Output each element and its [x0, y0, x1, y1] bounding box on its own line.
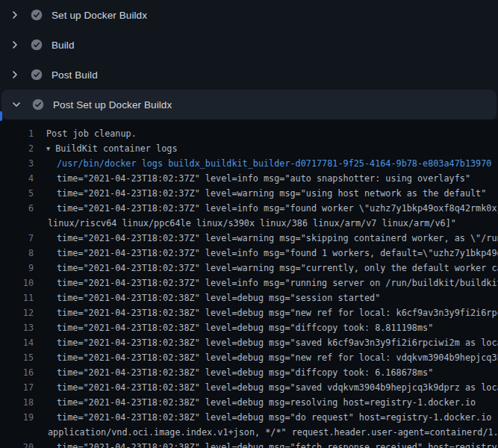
- line-number[interactable]: 2: [0, 141, 34, 156]
- log-line: 18 time="2021-04-23T18:02:38Z" level=deb…: [0, 395, 498, 410]
- log-line: linux/riscv64 linux/ppc64le linux/s390x …: [0, 216, 498, 231]
- log-text-content: time="2021-04-23T18:02:38Z" level=debug …: [57, 397, 476, 408]
- step-header[interactable]: Set up Docker Buildx: [0, 0, 498, 30]
- log-line: 16 time="2021-04-23T18:02:38Z" level=deb…: [0, 365, 498, 380]
- line-number[interactable]: 7: [0, 231, 34, 246]
- line-number[interactable]: [0, 425, 34, 440]
- line-number[interactable]: 6: [0, 201, 34, 216]
- log-text-content: time="2021-04-23T18:02:37Z" level=warnin…: [57, 233, 498, 243]
- log-text: /usr/bin/docker logs buildx_buildkit_bui…: [46, 156, 491, 171]
- log-text-content: BuildKit container logs: [55, 143, 177, 154]
- log-text: time="2021-04-23T18:02:37Z" level=info m…: [46, 276, 498, 290]
- line-number[interactable]: 18: [0, 395, 34, 410]
- log-line: 12 time="2021-04-23T18:02:38Z" level=deb…: [0, 305, 498, 320]
- log-line: 6 time="2021-04-23T18:02:37Z" level=info…: [0, 201, 498, 216]
- log-text: time="2021-04-23T18:02:38Z" level=debug …: [46, 350, 498, 365]
- log-text: ▼BuildKit container logs: [46, 141, 177, 156]
- log-text-content: time="2021-04-23T18:02:38Z" level=debug …: [57, 382, 498, 393]
- line-number[interactable]: 15: [0, 350, 34, 365]
- log-text: time="2021-04-23T18:02:38Z" level=debug …: [46, 365, 433, 380]
- log-text-content: time="2021-04-23T18:02:37Z" level=info m…: [57, 278, 498, 288]
- log-text: application/vnd.oci.image.index.v1+json,…: [46, 425, 498, 440]
- step-header[interactable]: Post Set up Docker Buildx: [1, 90, 497, 119]
- line-number[interactable]: 10: [0, 276, 34, 290]
- actions-log-viewer: Set up Docker Buildx Build Post Build: [0, 0, 498, 448]
- log-line: 8 time="2021-04-23T18:02:37Z" level=info…: [0, 246, 498, 261]
- log-line: 9 time="2021-04-23T18:02:37Z" level=warn…: [0, 261, 498, 276]
- log-text-content: time="2021-04-23T18:02:37Z" level=warnin…: [57, 188, 486, 199]
- log-text-content: time="2021-04-23T18:02:37Z" level=warnin…: [57, 263, 498, 273]
- log-text-content: time="2021-04-23T18:02:38Z" level=debug …: [57, 367, 433, 378]
- log-line: 20 time="2021-04-23T18:02:38Z" level=deb…: [0, 440, 498, 448]
- step-label: Build: [52, 40, 75, 51]
- log-line: application/vnd.oci.image.index.v1+json,…: [0, 425, 498, 440]
- check-circle-icon: [32, 99, 44, 111]
- log-line: 7 time="2021-04-23T18:02:37Z" level=warn…: [0, 231, 498, 246]
- log-text-content: Post job cleanup.: [46, 128, 137, 139]
- log-line: 1 Post job cleanup.: [0, 126, 498, 141]
- check-circle-icon: [31, 69, 43, 81]
- log-line: 4 time="2021-04-23T18:02:37Z" level=info…: [0, 171, 498, 186]
- log-line: 19 time="2021-04-23T18:02:38Z" level=deb…: [0, 410, 498, 425]
- log-text-content: time="2021-04-23T18:02:38Z" level=debug …: [57, 293, 380, 303]
- line-number[interactable]: 5: [0, 186, 34, 201]
- line-number[interactable]: 20: [0, 440, 34, 448]
- log-text: time="2021-04-23T18:02:37Z" level=warnin…: [46, 261, 498, 276]
- step-header[interactable]: Post Build: [0, 60, 498, 90]
- line-number[interactable]: 9: [0, 261, 34, 276]
- log-text-content: /usr/bin/docker logs buildx_buildkit_bui…: [57, 158, 491, 169]
- step-header[interactable]: Build: [0, 30, 498, 60]
- log-area[interactable]: 1 Post job cleanup. 2 ▼BuildKit containe…: [0, 119, 498, 448]
- chevron-down-icon: [10, 99, 22, 111]
- log-line: 2 ▼BuildKit container logs: [0, 141, 498, 156]
- log-text: time="2021-04-23T18:02:38Z" level=debug …: [46, 305, 498, 320]
- line-number[interactable]: 16: [0, 365, 34, 380]
- line-number[interactable]: 1: [0, 126, 34, 141]
- log-text-content: time="2021-04-23T18:02:38Z" level=debug …: [57, 352, 498, 363]
- log-text: time="2021-04-23T18:02:38Z" level=debug …: [46, 320, 433, 335]
- line-number[interactable]: 8: [0, 246, 34, 261]
- line-number[interactable]: 14: [0, 335, 34, 350]
- log-text: time="2021-04-23T18:02:38Z" level=debug …: [46, 290, 380, 305]
- line-number[interactable]: 17: [0, 380, 34, 395]
- log-line: 13 time="2021-04-23T18:02:38Z" level=deb…: [0, 320, 498, 335]
- log-text: Post job cleanup.: [46, 126, 137, 141]
- line-number[interactable]: 19: [0, 410, 34, 425]
- log-text: time="2021-04-23T18:02:38Z" level=debug …: [46, 395, 476, 410]
- line-number[interactable]: 3: [0, 156, 34, 171]
- log-line: 5 time="2021-04-23T18:02:37Z" level=warn…: [0, 186, 498, 201]
- log-text-content: linux/riscv64 linux/ppc64le linux/s390x …: [48, 218, 456, 228]
- log-text: time="2021-04-23T18:02:37Z" level=info m…: [46, 171, 470, 186]
- log-text-content: time="2021-04-23T18:02:38Z" level=debug …: [57, 337, 498, 348]
- step-label: Set up Docker Buildx: [52, 10, 147, 21]
- log-line: 14 time="2021-04-23T18:02:38Z" level=deb…: [0, 335, 498, 350]
- log-text-content: time="2021-04-23T18:02:38Z" level=debug …: [57, 308, 498, 318]
- log-line: 17 time="2021-04-23T18:02:38Z" level=deb…: [0, 380, 498, 395]
- line-number[interactable]: 12: [0, 305, 34, 320]
- log-text: time="2021-04-23T18:02:38Z" level=debug …: [46, 440, 498, 448]
- line-number[interactable]: 11: [0, 290, 34, 305]
- group-toggle-icon[interactable]: ▼: [46, 145, 50, 152]
- chevron-right-icon: [9, 69, 21, 81]
- check-circle-icon: [31, 9, 43, 21]
- line-number[interactable]: [0, 216, 34, 231]
- log-text-content: time="2021-04-23T18:02:38Z" level=debug …: [57, 323, 433, 333]
- line-number[interactable]: 13: [0, 320, 34, 335]
- log-text-content: time="2021-04-23T18:02:38Z" level=debug …: [57, 442, 498, 448]
- chevron-right-icon: [9, 39, 21, 51]
- line-number[interactable]: 4: [0, 171, 34, 186]
- log-line: 10 time="2021-04-23T18:02:37Z" level=inf…: [0, 276, 498, 290]
- log-text: time="2021-04-23T18:02:38Z" level=debug …: [46, 410, 498, 425]
- log-text: time="2021-04-23T18:02:38Z" level=debug …: [46, 335, 498, 350]
- log-text: linux/riscv64 linux/ppc64le linux/s390x …: [46, 216, 456, 231]
- log-text: time="2021-04-23T18:02:38Z" level=debug …: [46, 380, 498, 395]
- log-line: 15 time="2021-04-23T18:02:38Z" level=deb…: [0, 350, 498, 365]
- step-list: Set up Docker Buildx Build Post Build: [0, 0, 498, 119]
- log-text: time="2021-04-23T18:02:37Z" level=info m…: [46, 246, 498, 261]
- step-label: Post Build: [52, 69, 98, 81]
- active-step-accent: [0, 111, 2, 121]
- log-text-content: time="2021-04-23T18:02:38Z" level=debug …: [57, 412, 498, 423]
- log-text-content: time="2021-04-23T18:02:37Z" level=info m…: [57, 248, 498, 258]
- log-text: time="2021-04-23T18:02:37Z" level=warnin…: [46, 186, 486, 201]
- log-text: time="2021-04-23T18:02:37Z" level=info m…: [46, 201, 498, 216]
